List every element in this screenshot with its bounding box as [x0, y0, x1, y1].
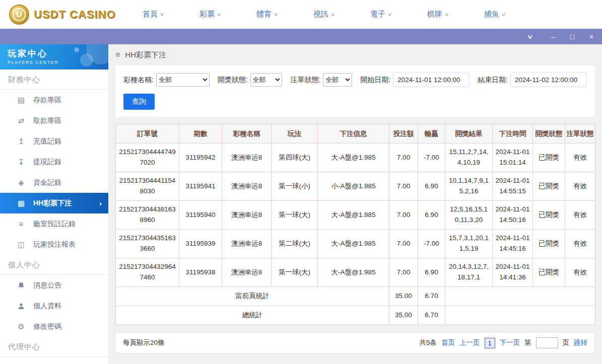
nav-item-home[interactable]: 首頁 ∨ — [143, 10, 164, 19]
cell-bet-info: 小-A盤@1.985 — [318, 172, 389, 201]
window-minimize-button[interactable]: – — [549, 33, 558, 40]
cell-period: 31195942 — [179, 143, 222, 172]
cell-order-id: 2152173044351633660 — [116, 230, 179, 258]
first-page-link[interactable]: 首页 — [441, 338, 455, 347]
grand-total-amount: 35.00 — [389, 306, 418, 325]
nav-item-slots[interactable]: 電子 ∨ — [370, 10, 391, 19]
pagination-bar: 每頁顯示20條 共5条 首页 上一页 1 下一页 第 页 跳转 — [115, 332, 595, 353]
hamburger-icon[interactable]: ≡ — [115, 50, 120, 59]
window-titlebar: ∨ – □ × — [0, 29, 602, 44]
sidebar-item-label: 個人資料 — [33, 302, 61, 311]
breadcrumb: ≡ HH彩票下注 — [115, 44, 595, 65]
cell-draw-status: 已開獎 — [533, 230, 565, 258]
cell-bet-time: 2024-11-01 14:45:16 — [493, 230, 533, 258]
jump-prefix-label: 第 — [524, 338, 531, 347]
page-title: HH彩票下注 — [125, 50, 166, 60]
col-header-draw-status: 開獎狀態 — [533, 124, 565, 143]
cell-bet-info: 大-A盤@1.985 — [318, 230, 389, 258]
sidebar: 玩家中心 PLAYERS CENTER 財務中心 ▤ 存款專區 ⇄ 取款專區 ↥… — [0, 44, 108, 364]
cell-bet-info: 大-A盤@1.985 — [318, 143, 389, 172]
sidebar-item-label: 存款專區 — [33, 96, 61, 105]
page-total-amount: 35.00 — [389, 287, 418, 306]
col-header-bet-info: 下注信息 — [318, 124, 389, 143]
cell-order-id: 2152173044329647460 — [116, 258, 179, 287]
sidebar-item-profile[interactable]: 個人資料 — [0, 296, 108, 316]
cell-win-loss: -7.00 — [418, 230, 445, 258]
person-icon — [17, 302, 26, 310]
sidebar-item-hh-lottery-bets[interactable]: ▦ HH彩票下注 › — [0, 193, 108, 213]
section-agent-center: 代理中心 — [0, 337, 108, 357]
cell-order-status: 有效 — [565, 172, 595, 201]
col-header-amount: 投注額 — [389, 124, 418, 143]
table-row: 2152173044447497020 31195942 澳洲幸运8 第四球(大… — [116, 143, 595, 172]
cell-win-loss: 6.90 — [418, 258, 445, 287]
prev-page-link[interactable]: 上一页 — [459, 338, 480, 347]
start-date-input[interactable] — [393, 72, 470, 87]
cell-order-status: 有效 — [565, 143, 595, 172]
window-dropdown-icon[interactable]: ∨ — [523, 34, 537, 40]
sidebar-item-label: HH彩票下注 — [33, 199, 72, 208]
sidebar-item-deposit[interactable]: ▤ 存款專區 — [0, 90, 108, 110]
draw-status-select[interactable]: 全部 — [250, 73, 283, 87]
nav-item-live[interactable]: 視訊 ∨ — [313, 10, 335, 19]
sidebar-item-change-password[interactable]: ⚙ 修改密碼 — [0, 316, 108, 337]
lottery-name-select[interactable]: 全部 — [156, 73, 210, 87]
chevron-right-icon: › — [99, 199, 102, 207]
order-status-label: 注單狀態: — [290, 76, 320, 85]
grand-total-empty — [445, 306, 595, 325]
deposit-card-icon: ▤ — [17, 96, 26, 105]
lottery-bet-icon: ▦ — [17, 199, 26, 208]
sidebar-item-funds-record[interactable]: ◈ 資金記錄 — [0, 172, 108, 193]
cell-lottery: 澳洲幸运8 — [222, 143, 272, 172]
cell-draw-status: 已開獎 — [533, 201, 565, 230]
sidebar-item-announcements[interactable]: 消息公告 — [0, 275, 108, 296]
cell-order-status: 有效 — [565, 258, 595, 287]
window-maximize-button[interactable]: □ — [568, 33, 577, 40]
sidebar-item-withdraw[interactable]: ⇄ 取款專區 — [0, 110, 108, 131]
col-header-bet-time: 下注時間 — [493, 124, 533, 143]
sidebar-item-recharge-record[interactable]: ↥ 充值記錄 — [0, 131, 108, 152]
nav-item-lottery[interactable]: 彩票 ∨ — [199, 10, 221, 19]
end-date-input[interactable] — [510, 72, 587, 87]
logo[interactable]: U USDT CASINO — [9, 5, 132, 25]
nav-label: 視訊 — [313, 10, 328, 19]
sidebar-item-label: 廳室投註記錄 — [33, 220, 76, 229]
sidebar-item-hall-bet-record[interactable]: ≡ 廳室投註記錄 — [0, 213, 108, 234]
sidebar-item-player-report[interactable]: ◫ 玩家投注報表 — [0, 234, 108, 255]
sidebar-item-withdraw-record[interactable]: ↧ 提現記錄 — [0, 152, 108, 172]
search-button[interactable]: 查詢 — [123, 94, 155, 110]
cell-draw-status: 已開獎 — [533, 172, 565, 201]
jump-page-input[interactable] — [536, 337, 558, 348]
hall-bet-record-icon: ≡ — [17, 220, 26, 228]
player-report-icon: ◫ — [17, 240, 26, 249]
col-header-lottery: 彩種名稱 — [222, 124, 272, 143]
cell-bet-info: 大-A盤@1.985 — [318, 201, 389, 230]
nav-item-sports[interactable]: 體育 ∨ — [256, 10, 278, 19]
table-row: 2152173044329647460 31195938 澳洲幸运8 第一球(大… — [116, 258, 595, 287]
chevron-down-icon: ∨ — [216, 12, 221, 17]
chevron-down-icon: ∨ — [501, 12, 506, 17]
window-close-button[interactable]: × — [587, 33, 596, 40]
next-page-link[interactable]: 下一页 — [500, 338, 520, 347]
current-page-indicator[interactable]: 1 — [485, 338, 495, 348]
section-personal-center: 個人中心 — [0, 255, 108, 275]
nav-label: 首頁 — [143, 10, 158, 19]
grand-total-label: 總統計 — [116, 306, 389, 325]
cell-lottery: 澳洲幸运8 — [222, 201, 272, 230]
col-header-period: 期數 — [179, 124, 222, 143]
grand-total-win-loss: 6.70 — [418, 306, 445, 325]
cell-period: 31195939 — [179, 230, 222, 258]
cell-result: 10,1,14,7,9,15,2,16 — [445, 172, 493, 201]
cell-amount: 7.00 — [389, 143, 418, 172]
page-total-win-loss: 6.70 — [418, 287, 445, 306]
chevron-down-icon: ∨ — [330, 12, 335, 17]
nav-item-cards[interactable]: 棋牌 ∨ — [427, 10, 448, 19]
cell-play: 第四球(大) — [272, 143, 318, 172]
jump-button[interactable]: 跳转 — [574, 338, 587, 347]
nav-item-fishing[interactable]: 捕魚 ∨ — [484, 10, 505, 19]
filter-panel: 彩種名稱: 全部 開獎狀態: 全部 注單狀態: 全部 開始日期: 結束日期: 查… — [115, 65, 595, 117]
sidebar-item-label: 資金記錄 — [33, 178, 61, 187]
cell-period: 31195941 — [179, 172, 222, 201]
order-status-select[interactable]: 全部 — [323, 73, 352, 87]
section-finance-center: 財務中心 — [0, 69, 108, 90]
